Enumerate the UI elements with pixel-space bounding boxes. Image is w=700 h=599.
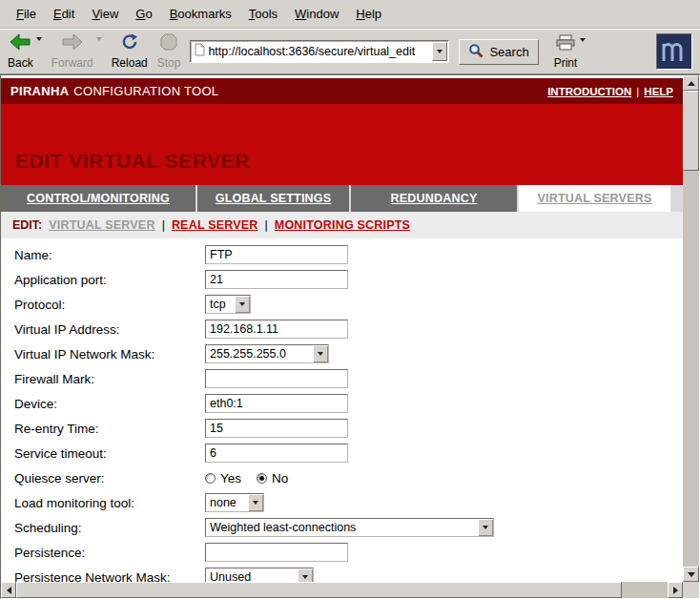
vertical-scroll-track[interactable]	[683, 91, 699, 567]
header-links: INTRODUCTION | HELP	[547, 86, 673, 97]
print-button[interactable]: Print	[554, 34, 587, 70]
menu-bar: FileEditViewGoBookmarksToolsWindowHelp	[0, 0, 700, 29]
forward-button[interactable]: Forward	[51, 33, 102, 70]
tab-redundancy[interactable]: REDUNDANCY	[351, 185, 517, 212]
stop-icon	[160, 33, 177, 54]
device-input[interactable]	[205, 394, 348, 413]
chevron-down-icon	[318, 352, 323, 356]
menu-window[interactable]: Window	[286, 3, 347, 25]
firewall-mark-input[interactable]	[205, 369, 348, 388]
subnav-edit-label: EDIT:	[12, 218, 42, 232]
field-label: Firewall Mark:	[14, 372, 205, 386]
virtual-ip-address-input[interactable]	[205, 320, 348, 339]
menu-file[interactable]: File	[8, 3, 45, 25]
form-row-persistence: Persistence:	[14, 540, 683, 565]
chevron-down-icon	[302, 575, 308, 579]
printer-icon	[555, 34, 576, 54]
chevron-left-icon	[7, 587, 11, 594]
reload-button[interactable]: Reload	[112, 33, 148, 70]
forward-label: Forward	[51, 56, 93, 70]
tab-global-settings[interactable]: GLOBAL SETTINGS	[197, 185, 349, 212]
back-dropdown-button[interactable]	[36, 41, 42, 58]
page-title-banner: EDIT VIRTUAL SERVER	[1, 104, 683, 185]
scroll-left-button[interactable]	[1, 582, 16, 598]
select-dropdown-button[interactable]	[478, 519, 493, 536]
forward-icon	[62, 33, 83, 54]
subnav-virtual-server-link[interactable]: VIRTUAL SERVER	[49, 218, 154, 232]
print-label: Print	[554, 56, 578, 70]
reload-label: Reload	[112, 56, 148, 70]
form-row-re-entry-time: Re-entry Time:	[14, 416, 683, 441]
chevron-down-icon	[36, 37, 42, 57]
field-label: Service timeout:	[14, 446, 205, 461]
select-dropdown-button[interactable]	[248, 494, 263, 511]
url-input[interactable]	[205, 43, 432, 60]
menu-tools[interactable]: Tools	[240, 3, 286, 25]
menu-edit[interactable]: Edit	[45, 3, 83, 25]
scroll-down-button[interactable]	[683, 567, 699, 582]
form-row-service-timeout: Service timeout:	[14, 441, 683, 465]
select-value: 255.255.255.0	[206, 345, 313, 362]
print-dropdown-button[interactable]	[580, 42, 586, 59]
field-label: Re-entry Time:	[14, 422, 205, 436]
form-row-virtual-ip-network-mask: Virtual IP Network Mask:255.255.255.0	[14, 341, 683, 366]
back-button[interactable]: Back	[8, 33, 42, 70]
select-value: Unused	[206, 568, 298, 582]
persistence-network-mask-select[interactable]: Unused	[205, 568, 314, 582]
vertical-scroll-thumb[interactable]	[683, 91, 699, 171]
scrollbar-corner	[683, 582, 699, 598]
scheduling-select[interactable]: Weighted least-connections	[205, 518, 494, 537]
radio-label: No	[272, 471, 288, 485]
help-link[interactable]: HELP	[644, 86, 673, 97]
application-port-input[interactable]	[205, 270, 348, 289]
protocol-select[interactable]: tcp	[205, 295, 251, 314]
chevron-right-icon	[673, 587, 678, 594]
horizontal-scroll-thumb[interactable]	[16, 582, 622, 598]
virtual-ip-network-mask-select[interactable]: 255.255.255.0	[205, 344, 329, 363]
service-timeout-input[interactable]	[205, 444, 348, 463]
subnav-separator: |	[265, 218, 268, 232]
tab-control-monitoring[interactable]: CONTROL/MONITORING	[1, 185, 196, 212]
stop-button[interactable]: Stop	[157, 33, 181, 70]
field-label: Persistence:	[14, 546, 205, 560]
select-dropdown-button[interactable]	[298, 568, 313, 582]
scroll-up-button[interactable]	[683, 75, 699, 91]
search-button[interactable]: Search	[459, 39, 538, 65]
subnav-real-server-link[interactable]: REAL SERVER	[172, 218, 258, 232]
quiesce-server-radio-no[interactable]: No	[257, 471, 288, 485]
load-monitoring-tool-select[interactable]: none	[205, 493, 264, 512]
horizontal-scrollbar	[1, 582, 683, 598]
menu-go[interactable]: Go	[127, 3, 160, 25]
horizontal-scroll-track[interactable]	[16, 582, 668, 598]
introduction-link[interactable]: INTRODUCTION	[547, 86, 631, 97]
chevron-down-icon	[239, 302, 245, 306]
select-dropdown-button[interactable]	[235, 296, 250, 313]
url-dropdown-button[interactable]	[432, 42, 447, 61]
tab-virtual-servers[interactable]: VIRTUAL SERVERS	[519, 185, 670, 212]
form-row-persistence-network-mask: Persistence Network Mask:Unused	[14, 565, 683, 582]
field-label: Scheduling:	[14, 521, 205, 535]
page-content: PIRANHA CONFIGURATION TOOL INTRODUCTION …	[1, 75, 683, 582]
form-row-protocol: Protocol:tcp	[14, 292, 683, 317]
page-icon	[195, 43, 205, 60]
select-value: tcp	[206, 296, 235, 313]
quiesce-server-radio-group: YesNo	[205, 471, 288, 485]
mozilla-logo[interactable]	[656, 33, 692, 70]
chevron-up-icon	[688, 81, 695, 86]
quiesce-server-radio-yes[interactable]: Yes	[205, 471, 241, 485]
field-label: Device:	[14, 397, 205, 411]
re-entry-time-input[interactable]	[205, 419, 348, 438]
field-label: Persistence Network Mask:	[14, 570, 205, 583]
menu-view[interactable]: View	[83, 3, 127, 25]
persistence-input[interactable]	[205, 543, 348, 562]
subnav-monitoring-scripts-link[interactable]: MONITORING SCRIPTS	[275, 218, 410, 232]
back-label: Back	[8, 56, 33, 70]
menu-bookmarks[interactable]: Bookmarks	[161, 3, 240, 25]
form-row-quiesce-server: Quiesce server:YesNo	[14, 465, 683, 490]
select-dropdown-button[interactable]	[313, 345, 328, 362]
back-icon	[10, 33, 31, 54]
name-input[interactable]	[205, 245, 348, 264]
menu-help[interactable]: Help	[347, 3, 390, 25]
forward-dropdown-button[interactable]	[96, 41, 102, 58]
scroll-right-button[interactable]	[668, 582, 683, 598]
